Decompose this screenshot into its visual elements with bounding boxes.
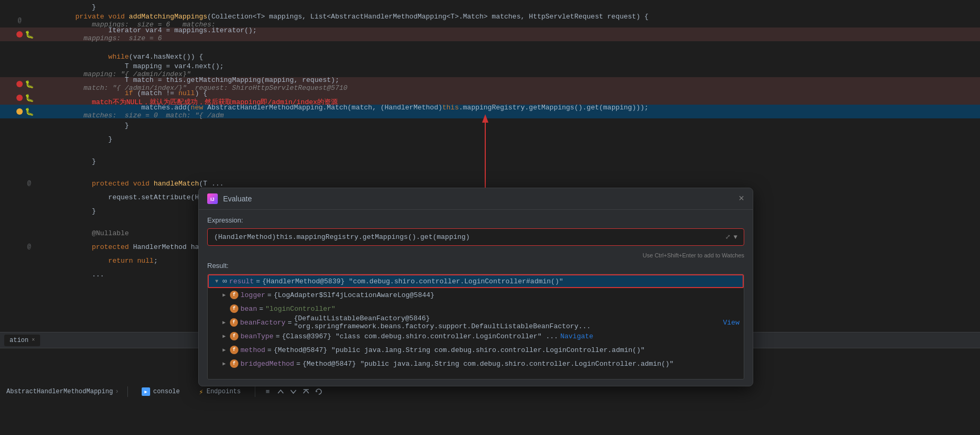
at-icon-7: 🐛: [25, 80, 33, 88]
tree-row-logger[interactable]: ▶ f logger = {LogAdapter$Slf4jLocationAw…: [208, 288, 744, 302]
breadcrumb-text: AbstractHandlerMethodMapping: [6, 388, 113, 395]
gutter-15: @: [0, 180, 37, 187]
toolbar-icon-refresh[interactable]: [315, 387, 323, 396]
console-tab[interactable]: ▶ console: [136, 385, 185, 398]
tree-expand-beantype[interactable]: ▶: [220, 332, 228, 340]
at-icon-9: 🐛: [25, 108, 33, 115]
tree-row-result[interactable]: ▼ ∞ result = {HandlerMethod@5839} "com.d…: [208, 274, 744, 288]
breakpoint-3: [16, 31, 23, 38]
breadcrumb: AbstractHandlerMethodMapping ›: [6, 388, 119, 395]
tree-expand-bean: [220, 305, 228, 312]
tree-val-logger: {LogAdapter$Slf4jLocationAwareLog@5844}: [274, 291, 434, 299]
gutter-icon-20: @: [25, 243, 33, 251]
dialog-logo: IJ: [207, 193, 218, 204]
toolbar-icon-list[interactable]: ≡: [264, 387, 272, 396]
breakpoint-9: [16, 108, 23, 115]
breakpoint-8: [16, 95, 23, 101]
toolbar-icon-up1[interactable]: [276, 387, 285, 396]
bottom-tab-main[interactable]: ation ×: [4, 335, 40, 346]
tree-val-method: {Method@5847} "public java.lang.String c…: [274, 346, 645, 354]
console-label: console: [153, 388, 180, 395]
tree-val-bean: "loginController": [265, 305, 336, 313]
tree-key-beantype: beanType: [241, 332, 273, 340]
tree-row-method[interactable]: ▶ f method = {Method@5847} "public java.…: [208, 343, 744, 357]
toolbar-icon-up2[interactable]: [302, 387, 310, 396]
bottom-tab-close[interactable]: ×: [32, 337, 35, 343]
gutter-icon-9: [16, 108, 23, 115]
gutter-2: @: [0, 17, 37, 24]
tree-key-bean: bean: [241, 305, 257, 313]
tree-eq-beanfactory: =: [288, 319, 292, 327]
code-line-13: }: [0, 154, 980, 168]
dialog-title: Evaluate: [223, 195, 733, 203]
tree-row-bean[interactable]: f bean = "loginController": [208, 302, 744, 316]
gutter-1: [0, 3, 37, 11]
tree-row-bridgedmethod[interactable]: ▶ f bridgedMethod = {Method@5847} "publi…: [208, 357, 744, 371]
expression-text: (HandlerMethod)this.mappingRegistry.getM…: [214, 233, 721, 241]
tree-link-navigate[interactable]: Navigate: [560, 332, 593, 340]
gutter-icon-at-2: [25, 17, 33, 24]
tree-expand-bridgedmethod[interactable]: ▶: [220, 360, 228, 367]
bottom-tab-label: ation: [10, 337, 29, 344]
at-sign-15: @: [27, 180, 31, 187]
toolbar-icon-down1[interactable]: [289, 387, 298, 396]
svg-text:IJ: IJ: [210, 197, 215, 202]
tree-eq-method: =: [267, 346, 272, 354]
gutter-8: 🐛: [0, 94, 37, 101]
bottom-toolbar: ≡: [264, 387, 323, 396]
expression-box[interactable]: (HandlerMethod)this.mappingRegistry.getM…: [207, 228, 744, 246]
gutter-icon-1: [16, 3, 23, 11]
gutter-icon-7: [16, 80, 23, 88]
gutter-icon-2: @: [16, 17, 23, 24]
tree-key-logger: logger: [241, 291, 265, 299]
tree-key-bridgedmethod: bridgedMethod: [241, 360, 294, 368]
tree-key-result: result: [229, 277, 254, 285]
icon-f-beanfactory: f: [230, 318, 238, 327]
tree-row-beantype[interactable]: ▶ f beanType = {Class@3967} "class com.d…: [208, 329, 744, 343]
gutter-icon-8: [16, 94, 23, 101]
evaluate-dialog: IJ Evaluate × Expression: (HandlerMethod…: [198, 188, 753, 386]
icon-f-bridgedmethod: f: [230, 359, 238, 368]
icon-f-beantype: f: [230, 332, 238, 340]
result-label: Result:: [207, 262, 744, 270]
at-sign-20: @: [27, 243, 31, 251]
icon-f-logger: f: [230, 291, 238, 299]
expression-label: Expression:: [207, 216, 744, 224]
gutter-20: @: [0, 243, 37, 251]
editor-area: } @ private void addMatchingMappings(Col…: [0, 0, 980, 435]
at-sign-2: @: [17, 17, 21, 24]
gutter-icon-15: @: [25, 180, 33, 187]
tree-eq-beantype: =: [275, 332, 280, 340]
tree-val-beanfactory: {DefaultListableBeanFactory@5846} "org.s…: [294, 314, 721, 330]
tree-expand-logger[interactable]: ▶: [220, 291, 228, 299]
expression-icons: ⤢ ▼: [725, 233, 737, 241]
gutter-7: 🐛: [0, 80, 37, 88]
dialog-close-button[interactable]: ×: [738, 194, 744, 203]
dropdown-icon[interactable]: ▼: [734, 234, 737, 241]
icon-f-bean: f: [230, 304, 238, 313]
watches-hint: Use Ctrl+Shift+Enter to add to Watches: [207, 252, 744, 258]
result-tree: ▼ ∞ result = {HandlerMethod@5839} "com.d…: [207, 274, 744, 380]
dialog-body: Expression: (HandlerMethod)this.mappingR…: [199, 210, 753, 386]
icon-infinity: ∞: [223, 277, 227, 285]
tree-link-view[interactable]: View: [723, 319, 739, 327]
dialog-header: IJ Evaluate ×: [199, 188, 753, 210]
tree-expand-result[interactable]: ▼: [213, 277, 220, 285]
tree-eq-logger: =: [267, 291, 272, 299]
tree-eq-bean: =: [259, 305, 263, 313]
gutter-3: 🐛: [0, 31, 37, 38]
gutter-9: 🐛: [0, 108, 37, 115]
expand-icon[interactable]: ⤢: [725, 233, 731, 241]
endpoints-tab[interactable]: ⚡ Endpoints: [193, 385, 246, 399]
tree-val-result: {HandlerMethod@5839} "com.debug.shiro.co…: [262, 277, 563, 285]
gutter-icon-3: [16, 31, 23, 38]
tree-key-method: method: [241, 346, 265, 354]
tree-row-beanfactory[interactable]: ▶ f beanFactory = {DefaultListableBeanFa…: [208, 316, 744, 329]
code-line-3: 🐛 Iterator var4 = mappings.iterator(); m…: [0, 27, 980, 41]
tree-expand-method[interactable]: ▶: [220, 346, 228, 354]
tree-expand-beanfactory[interactable]: ▶: [220, 319, 228, 326]
breakpoint-7: [16, 81, 23, 87]
at-icon-3: 🐛: [25, 31, 33, 38]
code-line-11: }: [0, 132, 980, 146]
gutter-icon-at-1: [25, 3, 33, 11]
